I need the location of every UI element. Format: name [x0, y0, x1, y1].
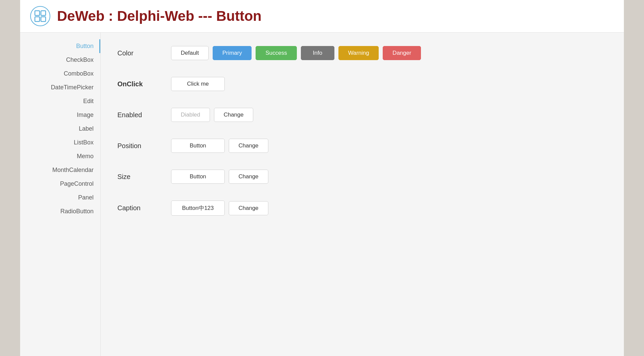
enabled-row: Enabled Diabled Change [117, 108, 607, 122]
color-default-button[interactable]: Default [171, 46, 209, 60]
caption-label: Caption [117, 204, 171, 212]
size-row: Size Button Change [117, 170, 607, 184]
sidebar-item-label[interactable]: Label [20, 122, 100, 136]
logo [30, 6, 50, 26]
page-title: DeWeb : Delphi-Web --- Button [57, 8, 262, 24]
app-container: DeWeb : Delphi-Web --- Button Button Che… [20, 0, 624, 356]
color-danger-button[interactable]: Danger [383, 46, 421, 60]
sidebar-item-image-label: Image [77, 112, 94, 119]
svg-rect-1 [41, 11, 46, 15]
position-change-button[interactable]: Change [229, 139, 268, 153]
sidebar-item-button-label: Button [76, 43, 94, 50]
sidebar-item-edit-label: Edit [83, 98, 94, 105]
header: DeWeb : Delphi-Web --- Button [20, 0, 624, 33]
color-success-button[interactable]: Success [256, 46, 297, 60]
svg-rect-3 [41, 17, 46, 21]
sidebar-item-combobox-label: ComboBox [64, 70, 94, 77]
onclick-label: OnClick [117, 80, 171, 88]
caption-row: Caption Button中123 Change [117, 201, 607, 216]
color-warning-button[interactable]: Warning [338, 46, 379, 60]
sidebar-item-combobox[interactable]: ComboBox [20, 67, 100, 81]
position-controls: Button Change [171, 139, 268, 153]
sidebar: Button CheckBox ComboBox DateTimePicker … [20, 33, 101, 356]
sidebar-item-edit[interactable]: Edit [20, 94, 100, 108]
sidebar-item-button[interactable]: Button [20, 39, 100, 53]
sidebar-item-checkbox[interactable]: CheckBox [20, 53, 100, 67]
sidebar-item-panel-label: Panel [78, 194, 94, 201]
size-button[interactable]: Button [171, 170, 225, 184]
position-label: Position [117, 142, 171, 150]
sidebar-item-monthcalendar-label: MonthCalendar [52, 167, 94, 174]
size-change-button[interactable]: Change [229, 170, 268, 184]
caption-button[interactable]: Button中123 [171, 201, 225, 216]
main-layout: Button CheckBox ComboBox DateTimePicker … [20, 33, 624, 356]
disabled-button: Diabled [171, 108, 210, 122]
onclick-row: OnClick Click me [117, 77, 607, 91]
sidebar-item-panel[interactable]: Panel [20, 191, 100, 205]
sidebar-item-pagecontrol-label: PageControl [60, 180, 94, 187]
enabled-change-button[interactable]: Change [214, 108, 254, 122]
sidebar-item-radiobutton[interactable]: RadioButton [20, 205, 100, 218]
sidebar-item-pagecontrol[interactable]: PageControl [20, 177, 100, 191]
color-primary-button[interactable]: Primary [213, 46, 252, 60]
content: Color Default Primary Success Info Warni… [101, 33, 624, 356]
position-button[interactable]: Button [171, 139, 225, 153]
color-info-button[interactable]: Info [301, 46, 334, 60]
color-label: Color [117, 49, 171, 57]
color-row: Color Default Primary Success Info Warni… [117, 46, 607, 60]
onclick-button[interactable]: Click me [171, 77, 225, 91]
caption-change-button[interactable]: Change [229, 201, 268, 215]
enabled-controls: Diabled Change [171, 108, 253, 122]
sidebar-item-listbox-label: ListBox [74, 139, 94, 146]
enabled-label: Enabled [117, 111, 171, 119]
svg-rect-0 [35, 11, 40, 15]
svg-rect-2 [35, 17, 40, 21]
sidebar-item-memo-label: Memo [77, 153, 94, 160]
sidebar-item-memo[interactable]: Memo [20, 149, 100, 163]
sidebar-item-label-text: Label [79, 125, 94, 132]
size-label: Size [117, 173, 171, 181]
sidebar-item-radiobutton-label: RadioButton [60, 208, 94, 215]
onclick-controls: Click me [171, 77, 225, 91]
sidebar-item-datetimepicker-label: DateTimePicker [51, 84, 94, 91]
sidebar-item-listbox[interactable]: ListBox [20, 136, 100, 149]
sidebar-item-image[interactable]: Image [20, 108, 100, 122]
color-controls: Default Primary Success Info Warning Dan… [171, 46, 421, 60]
size-controls: Button Change [171, 170, 268, 184]
sidebar-item-checkbox-label: CheckBox [66, 56, 94, 63]
position-row: Position Button Change [117, 139, 607, 153]
logo-icon [34, 10, 46, 22]
sidebar-item-monthcalendar[interactable]: MonthCalendar [20, 163, 100, 177]
caption-controls: Button中123 Change [171, 201, 268, 216]
sidebar-item-datetimepicker[interactable]: DateTimePicker [20, 81, 100, 94]
